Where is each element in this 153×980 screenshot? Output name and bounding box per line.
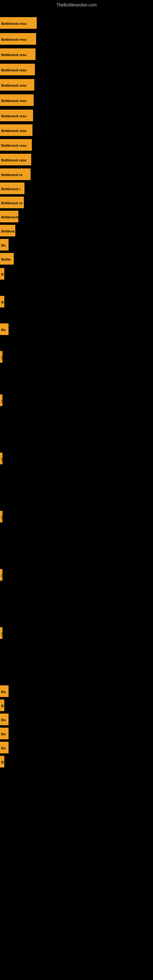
bar-label: B (0, 268, 4, 280)
bar-item: | (0, 569, 2, 581)
bar-label: Bottleneck resu (0, 79, 34, 91)
bar-label: Bottleneck r (0, 211, 18, 222)
bar-label: | (0, 395, 2, 406)
bar-item: Bo (0, 323, 9, 335)
bar-item: Bottleneck resu (0, 154, 31, 165)
bar-label: Bottleneck resu (0, 33, 36, 45)
bar-label: Bottleneck r (0, 183, 24, 194)
bar-item: | (0, 627, 2, 639)
bar-label: Bottlene (0, 225, 15, 236)
bar-label: Bottleneck resu (0, 154, 31, 165)
bar-item: Bottleneck r (0, 211, 18, 222)
bar-label: Bottleneck re (0, 197, 24, 208)
bar-label: Bo (0, 728, 9, 739)
bar-item: B (0, 296, 4, 307)
bar-label: | (0, 453, 2, 464)
bar-item: Bottleneck resu (0, 48, 35, 60)
bar-item: Bottleneck resu (0, 64, 35, 75)
bar-label: Bo (0, 742, 9, 753)
bar-item: Bottleneck resu (0, 139, 32, 151)
bar-item: Bo (0, 728, 9, 739)
bar-item: Bottleneck resu (0, 17, 37, 29)
bar-label: B (0, 756, 4, 767)
bar-label: Bo (0, 323, 9, 335)
bar-label: Bottleneck resu (0, 17, 37, 29)
bar-item: Bottleneck re (0, 197, 24, 208)
bar-item: Bo (0, 742, 9, 753)
bar-label: Bottleneck resu (0, 64, 35, 75)
bar-label: B (0, 700, 4, 711)
bar-label: | (0, 627, 2, 639)
bar-item: Bottleneck r (0, 183, 24, 194)
bar-label: Bottleneck resu (0, 94, 33, 106)
bar-label: Bo (0, 239, 9, 250)
bar-label: Bottleneck resu (0, 124, 32, 136)
bar-label: | (0, 511, 2, 522)
bar-item: Bottleneck resu (0, 110, 33, 121)
bar-item: B (0, 756, 4, 767)
bar-label: | (0, 351, 2, 363)
bar-item: Bottle (0, 253, 14, 265)
bar-item: Bottleneck resu (0, 33, 36, 45)
bar-item: Bo (0, 714, 9, 725)
bar-item: B (0, 268, 4, 280)
bar-item: B (0, 700, 4, 711)
bar-item: | (0, 511, 2, 522)
bar-item: Bo (0, 686, 9, 697)
site-title: TheBottlenecker.com (0, 0, 153, 9)
bar-label: Bottleneck resu (0, 139, 32, 151)
bar-item: | (0, 351, 2, 363)
bar-item: Bo (0, 239, 9, 250)
bar-label: Bo (0, 686, 9, 697)
bar-item: Bottlene (0, 225, 15, 236)
bar-label: B (0, 296, 4, 307)
bar-item: | (0, 453, 2, 464)
bar-label: Bottleneck resu (0, 48, 35, 60)
bar-label: Bottleneck resu (0, 110, 33, 121)
bar-label: Bo (0, 714, 9, 725)
bar-item: Bottleneck resu (0, 124, 32, 136)
bar-item: Bottleneck resu (0, 94, 33, 106)
bar-item: Bottleneck re (0, 169, 30, 180)
bar-item: | (0, 395, 2, 406)
bar-item: Bottleneck resu (0, 79, 34, 91)
bar-label: Bottleneck re (0, 169, 30, 180)
bar-label: Bottle (0, 253, 14, 265)
bar-label: | (0, 569, 2, 581)
